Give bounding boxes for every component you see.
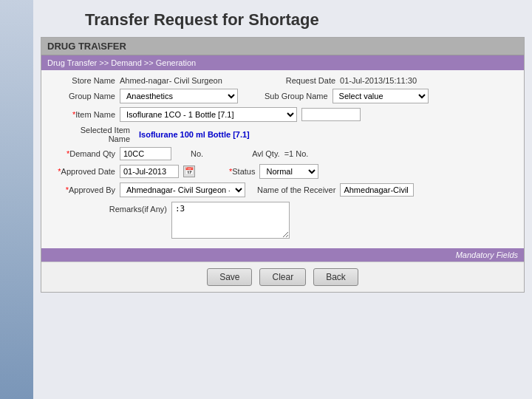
- page-title: Transfer Request for Shortage: [41, 3, 525, 34]
- calendar-icon[interactable]: 📅: [183, 166, 195, 177]
- row-item: *Item Name Isoflurane 1CO - 1 Bottle [7.…: [49, 107, 516, 122]
- group-name-select[interactable]: Anaesthetics: [120, 89, 238, 103]
- receiver-label: Name of the Receiver: [257, 185, 335, 194]
- sub-group-name-select[interactable]: Select value: [332, 89, 429, 103]
- no-label: No.: [191, 149, 203, 158]
- demand-qty-input[interactable]: [120, 147, 171, 160]
- button-bar: Save Clear Back: [41, 262, 524, 292]
- remarks-label: Remarks(if Any): [49, 202, 167, 214]
- selected-item-value: Isoflurane 100 ml Bottle [7.1]: [134, 128, 254, 141]
- request-date-label: Request Date: [286, 76, 335, 85]
- back-button[interactable]: Back: [313, 268, 358, 286]
- approved-by-label: *Approved By: [49, 185, 115, 194]
- breadcrumb: Drug Transfer >> Demand >> Generation: [41, 55, 524, 70]
- request-date-value: 01-Jul-2013/15:11:30: [340, 76, 417, 85]
- status-label: *Status: [229, 167, 255, 176]
- form-header: DRUG TRA\SFER: [41, 38, 524, 55]
- receiver-input[interactable]: [340, 183, 414, 197]
- avl-qty-value: =1 No.: [284, 149, 309, 158]
- row-approved-by: *Approved By Ahmednagar- Civil Surgeon -…: [49, 183, 516, 197]
- main-container: Transfer Request for Shortage DRUG TRA\S…: [33, 0, 532, 300]
- approved-date-input[interactable]: [120, 165, 179, 178]
- mandatory-text: Mandatory Fields: [456, 250, 518, 259]
- item-name-select[interactable]: Isoflurane 1CO - 1 Bottle [7.1]: [120, 107, 297, 122]
- left-bar: [0, 0, 33, 399]
- save-button[interactable]: Save: [207, 268, 252, 286]
- approved-date-label: *Approved Date: [49, 167, 115, 176]
- mandatory-bar: Mandatory Fields: [41, 248, 524, 262]
- form-body: Store Name Ahmed-nagar- Civil Surgeon Re…: [41, 70, 524, 248]
- row-demand: *Demand Qty No. Avl Qty. =1 No.: [49, 147, 516, 160]
- store-name-label: Store Name: [49, 76, 115, 85]
- row-group: Group Name Anaesthetics Sub Group Name S…: [49, 89, 516, 103]
- approved-by-select[interactable]: Ahmednagar- Civil Surgeon - Ahmedna...: [120, 183, 245, 197]
- group-name-label: Group Name: [49, 92, 115, 100]
- status-select[interactable]: Normal Urgent: [259, 164, 318, 179]
- row-remarks: Remarks(if Any) :3: [49, 202, 516, 239]
- row-selected-item: Selected ItemName Isoflurane 100 ml Bott…: [49, 126, 516, 143]
- clear-button[interactable]: Clear: [259, 268, 306, 286]
- store-name-value: Ahmed-nagar- Civil Surgeon: [120, 76, 222, 85]
- item-name-label: *Item Name: [49, 110, 115, 119]
- avl-qty-label: Avl Qty.: [252, 149, 280, 158]
- remarks-textarea[interactable]: :3: [171, 202, 290, 239]
- item-extra-input[interactable]: [301, 108, 361, 121]
- demand-qty-label: *Demand Qty: [49, 149, 115, 158]
- row-store-request: Store Name Ahmed-nagar- Civil Surgeon Re…: [49, 76, 516, 85]
- selected-item-label: Selected ItemName: [49, 126, 130, 143]
- sub-group-name-label: Sub Group Name: [265, 92, 328, 100]
- row-approved-date: *Approved Date 📅 *Status Normal Urgent: [49, 164, 516, 179]
- form-wrapper: DRUG TRA\SFER Drug Transfer >> Demand >>…: [41, 37, 525, 293]
